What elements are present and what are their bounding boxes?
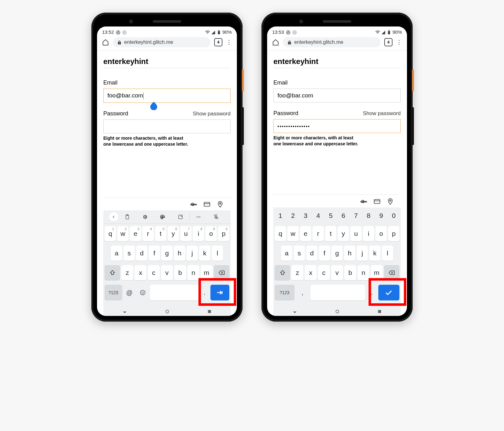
key-r[interactable]: r4 (142, 226, 154, 241)
key-7[interactable]: 7 (350, 209, 362, 223)
key-period[interactable]: . (366, 285, 377, 300)
key-l[interactable]: l (382, 246, 393, 261)
password-key-icon[interactable] (360, 198, 367, 205)
key-p[interactable]: p (388, 226, 399, 241)
address-pin-icon[interactable] (217, 201, 224, 208)
key-u[interactable]: u (350, 226, 362, 241)
nav-back[interactable] (122, 308, 127, 314)
key-t[interactable]: t5 (155, 226, 166, 241)
sticker-icon[interactable] (172, 214, 189, 220)
key-z[interactable]: z (291, 265, 303, 280)
key-at[interactable]: @ (123, 285, 135, 300)
space-key[interactable] (311, 285, 365, 300)
key-f[interactable]: f (319, 246, 330, 261)
key-e[interactable]: e3 (130, 226, 141, 241)
payment-card-icon[interactable] (203, 201, 210, 208)
address-bar[interactable]: enterkeyhint.glitch.me (283, 37, 381, 47)
key-x[interactable]: x (135, 265, 146, 280)
key-w[interactable]: w2 (117, 226, 129, 241)
more-icon[interactable] (190, 214, 207, 220)
key-e[interactable]: e (300, 226, 311, 241)
key-o[interactable]: o9 (205, 226, 217, 241)
key-b[interactable]: b (344, 265, 356, 280)
nav-recent[interactable] (207, 308, 212, 314)
key-v[interactable]: v (161, 265, 173, 280)
key-z[interactable]: z (121, 265, 133, 280)
key-w[interactable]: w (287, 226, 299, 241)
mic-off-icon[interactable] (207, 214, 225, 220)
key-s[interactable]: s (123, 246, 135, 261)
shift-key[interactable] (275, 265, 290, 280)
password-key-icon[interactable] (190, 201, 197, 208)
symbols-key[interactable]: ?123 (275, 285, 295, 300)
key-m[interactable]: m (371, 265, 383, 280)
nav-recent[interactable] (377, 308, 382, 314)
address-pin-icon[interactable] (387, 198, 394, 205)
key-0[interactable]: 0 (387, 209, 400, 223)
key-9[interactable]: 9 (375, 209, 387, 223)
key-p[interactable]: p0 (218, 226, 229, 241)
key-i[interactable]: i8 (193, 226, 204, 241)
key-y[interactable]: y6 (168, 226, 179, 241)
clipboard-icon[interactable] (118, 214, 136, 220)
key-c[interactable]: c (148, 265, 160, 280)
toolbar-collapse-icon[interactable] (109, 212, 118, 222)
key-q[interactable]: q (275, 226, 286, 241)
space-key[interactable] (150, 285, 198, 300)
key-u[interactable]: u7 (180, 226, 192, 241)
enter-key[interactable] (210, 285, 229, 300)
nav-back[interactable] (292, 308, 297, 314)
backspace-key[interactable] (384, 265, 399, 280)
password-input[interactable] (103, 119, 231, 133)
key-c[interactable]: c (318, 265, 330, 280)
key-q[interactable]: q1 (105, 226, 116, 241)
address-bar[interactable]: enterkeyhint.glitch.me (113, 37, 210, 47)
home-icon[interactable] (102, 39, 109, 46)
show-password-toggle[interactable]: Show password (193, 111, 231, 117)
key-v[interactable]: v (331, 265, 343, 280)
enter-key[interactable] (378, 285, 399, 300)
symbols-key[interactable]: ?123 (105, 285, 122, 300)
key-m[interactable]: m (201, 265, 213, 280)
key-l[interactable]: l (212, 246, 223, 261)
email-input[interactable]: foo@bar.com (273, 89, 401, 102)
key-d[interactable]: d (136, 246, 147, 261)
key-n[interactable]: n (187, 265, 199, 280)
key-g[interactable]: g (331, 246, 343, 261)
browser-menu-icon[interactable]: ⋮ (226, 39, 232, 45)
text-caret-handle[interactable] (150, 102, 157, 110)
key-o[interactable]: o (375, 226, 387, 241)
palette-icon[interactable] (154, 214, 171, 220)
payment-card-icon[interactable] (374, 198, 381, 205)
key-y[interactable]: y (338, 226, 349, 241)
key-h[interactable]: h (344, 246, 355, 261)
key-d[interactable]: d (306, 246, 318, 261)
tab-switcher[interactable]: 4 (214, 38, 222, 46)
key-j[interactable]: j (186, 246, 198, 261)
key-k[interactable]: k (369, 246, 381, 261)
browser-menu-icon[interactable]: ⋮ (396, 39, 402, 45)
key-g[interactable]: g (161, 246, 173, 261)
key-a[interactable]: a (111, 246, 122, 261)
key-s[interactable]: s (294, 246, 305, 261)
password-input[interactable]: ••••••••••••••• (273, 119, 401, 133)
key-3[interactable]: 3 (299, 209, 312, 223)
key-t[interactable]: t (325, 226, 336, 241)
show-password-toggle[interactable]: Show password (363, 110, 401, 117)
key-n[interactable]: n (358, 265, 369, 280)
key-x[interactable]: x (305, 265, 317, 280)
key-j[interactable]: j (357, 246, 368, 261)
key-a[interactable]: a (281, 246, 292, 261)
key-5[interactable]: 5 (324, 209, 337, 223)
email-input[interactable]: foo@bar.com (103, 89, 231, 103)
key-period[interactable]: . (200, 285, 209, 300)
key-i[interactable]: i (363, 226, 374, 241)
key-h[interactable]: h (174, 246, 185, 261)
key-f[interactable]: f (149, 246, 160, 261)
emoji-key[interactable] (137, 285, 149, 300)
gear-icon[interactable] (136, 214, 154, 220)
key-b[interactable]: b (174, 265, 186, 280)
key-comma[interactable]: , (296, 285, 309, 300)
key-6[interactable]: 6 (337, 209, 350, 223)
shift-key[interactable] (105, 265, 120, 280)
